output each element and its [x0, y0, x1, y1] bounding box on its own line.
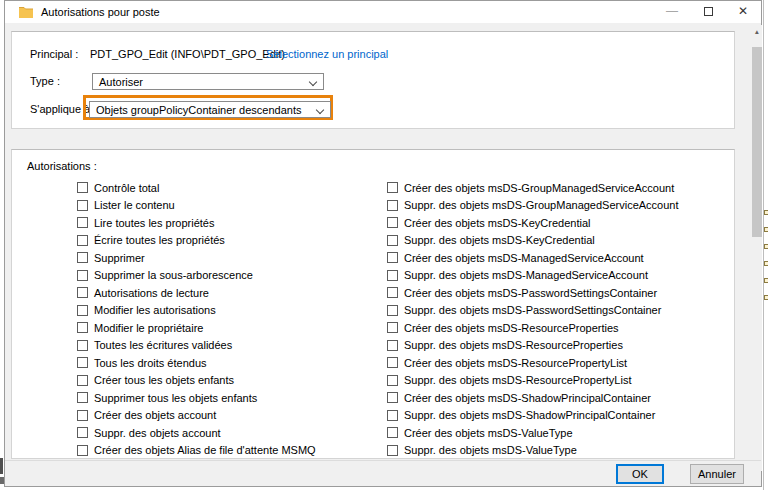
type-value: Autoriser — [99, 76, 143, 88]
permissions-folder-icon — [19, 6, 33, 18]
permission-checkbox[interactable] — [77, 340, 88, 351]
cancel-button[interactable]: Annuler — [690, 464, 744, 484]
permission-row: Écrire toutes les propriétés — [77, 232, 377, 250]
permission-label: Créer des objets account — [94, 409, 216, 421]
permission-label: Créer des objets msDS-ResourcePropertyLi… — [404, 357, 627, 369]
permission-label: Lister le contenu — [94, 199, 175, 211]
permission-row: Suppr. des objets msDS-ManagedServiceAcc… — [387, 267, 732, 285]
permission-label: Suppr. des objets msDS-ShadowPrincipalCo… — [404, 409, 655, 421]
permission-checkbox[interactable] — [387, 445, 398, 456]
permission-checkbox[interactable] — [387, 287, 398, 298]
permission-checkbox[interactable] — [77, 182, 88, 193]
permission-label: Suppr. des objets msDS-GroupManagedServi… — [404, 199, 679, 211]
permission-row: Suppr. des objets msDS-PasswordSettingsC… — [387, 302, 732, 320]
permission-row: Tous les droits étendus — [77, 354, 377, 372]
permission-row: Modifier le propriétaire — [77, 319, 377, 337]
permission-label: Suppr. des objets msDS-PasswordSettingsC… — [404, 304, 661, 316]
permission-label: Tous les droits étendus — [94, 357, 207, 369]
background-fragment — [764, 210, 768, 215]
type-dropdown[interactable]: Autoriser — [92, 73, 324, 90]
applies-to-value: Objets groupPolicyContainer descendants — [96, 104, 301, 116]
permission-checkbox[interactable] — [387, 410, 398, 421]
scroll-up-icon[interactable]: ▲ — [754, 27, 761, 37]
permission-checkbox[interactable] — [387, 217, 398, 228]
permission-row: Toutes les écritures validées — [77, 337, 377, 355]
permission-checkbox[interactable] — [77, 427, 88, 438]
permission-checkbox[interactable] — [77, 392, 88, 403]
permission-checkbox[interactable] — [387, 182, 398, 193]
permission-row: Créer des objets msDS-GroupManagedServic… — [387, 179, 732, 197]
permission-label: Supprimer la sous-arborescence — [94, 269, 253, 281]
background-fragment — [764, 278, 768, 283]
permission-checkbox[interactable] — [77, 217, 88, 228]
permission-label: Suppr. des objets msDS-ManagedServiceAcc… — [404, 269, 648, 281]
chevron-down-icon — [309, 78, 317, 86]
principal-value: PDT_GPO_Edit (INFO\PDT_GPO_Edit) — [90, 48, 285, 60]
permission-row: Supprimer la sous-arborescence — [77, 267, 377, 285]
permission-checkbox[interactable] — [387, 252, 398, 263]
permission-checkbox[interactable] — [387, 357, 398, 368]
permission-checkbox[interactable] — [77, 252, 88, 263]
permission-row: Suppr. des objets msDS-ResourcePropertyL… — [387, 372, 732, 390]
permission-row: Suppr. des objets msDS-KeyCredential — [387, 232, 732, 250]
permission-row: Créer des objets Alias de file d'attente… — [77, 442, 377, 460]
permission-checkbox[interactable] — [387, 235, 398, 246]
permission-label: Suppr. des objets msDS-KeyCredential — [404, 234, 595, 246]
permissions-column-left: Contrôle totalLister le contenuLire tout… — [77, 179, 377, 459]
permission-row: Créer des objets msDS-ResourcePropertyLi… — [387, 354, 732, 372]
permission-checkbox[interactable] — [387, 322, 398, 333]
applies-to-highlight: Objets groupPolicyContainer descendants — [83, 95, 333, 120]
maximize-button[interactable] — [692, 1, 724, 23]
permission-entry-dialog: Autorisations pour poste — ✕ Principal :… — [4, 0, 762, 487]
permission-label: Supprimer — [94, 252, 145, 264]
permission-checkbox[interactable] — [77, 200, 88, 211]
permission-checkbox[interactable] — [77, 287, 88, 298]
select-principal-link[interactable]: Sélectionnez un principal — [266, 48, 388, 60]
permission-checkbox[interactable] — [387, 392, 398, 403]
permission-checkbox[interactable] — [387, 270, 398, 281]
permission-checkbox[interactable] — [77, 410, 88, 421]
vertical-scrollbar[interactable]: ▲ ▼ — [752, 25, 762, 471]
type-label: Type : — [30, 75, 60, 87]
permission-label: Créer tous les objets enfants — [94, 374, 234, 386]
title-bar[interactable]: Autorisations pour poste — ✕ — [5, 1, 761, 23]
background-fragment — [764, 227, 768, 232]
ok-button[interactable]: OK — [616, 464, 664, 484]
permission-label: Créer des objets msDS-ResourceProperties — [404, 322, 619, 334]
permissions-column-right: Créer des objets msDS-GroupManagedServic… — [387, 179, 732, 459]
dialog-footer: OK Annuler — [5, 460, 761, 486]
permission-checkbox[interactable] — [77, 305, 88, 316]
background-fragment — [0, 458, 3, 474]
permission-row: Lister le contenu — [77, 197, 377, 215]
applies-to-dropdown[interactable]: Objets groupPolicyContainer descendants — [89, 101, 331, 118]
permission-row: Suppr. des objets msDS-ValueType — [387, 442, 732, 460]
permission-label: Toutes les écritures validées — [94, 339, 232, 351]
permission-label: Suppr. des objets account — [94, 427, 221, 439]
permission-row: Créer des objets msDS-PasswordSettingsCo… — [387, 284, 732, 302]
permission-checkbox[interactable] — [77, 270, 88, 281]
permission-checkbox[interactable] — [387, 305, 398, 316]
permission-checkbox[interactable] — [387, 200, 398, 211]
permission-row: Supprimer tous les objets enfants — [77, 389, 377, 407]
permission-label: Créer des objets Alias de file d'attente… — [94, 444, 316, 456]
permission-checkbox[interactable] — [387, 375, 398, 386]
permission-row: Créer des objets msDS-ManagedServiceAcco… — [387, 249, 732, 267]
permission-checkbox[interactable] — [77, 357, 88, 368]
permission-label: Créer des objets msDS-ShadowPrincipalCon… — [404, 392, 651, 404]
background-fragment — [764, 244, 768, 249]
permission-checkbox[interactable] — [77, 322, 88, 333]
scroll-thumb[interactable] — [752, 47, 762, 237]
permission-label: Suppr. des objets msDS-ValueType — [404, 444, 577, 456]
permission-checkbox[interactable] — [387, 427, 398, 438]
permission-label: Modifier le propriétaire — [94, 322, 203, 334]
permission-checkbox[interactable] — [77, 375, 88, 386]
permissions-section-label: Autorisations : — [27, 160, 97, 172]
permission-checkbox[interactable] — [77, 235, 88, 246]
permission-checkbox[interactable] — [387, 340, 398, 351]
minimize-button[interactable]: — — [656, 1, 688, 23]
close-button[interactable]: ✕ — [727, 1, 759, 23]
permission-checkbox[interactable] — [77, 445, 88, 456]
permission-label: Créer des objets msDS-KeyCredential — [404, 217, 590, 229]
permission-label: Lire toutes les propriétés — [94, 217, 214, 229]
permission-row: Créer des objets msDS-ResourceProperties — [387, 319, 732, 337]
